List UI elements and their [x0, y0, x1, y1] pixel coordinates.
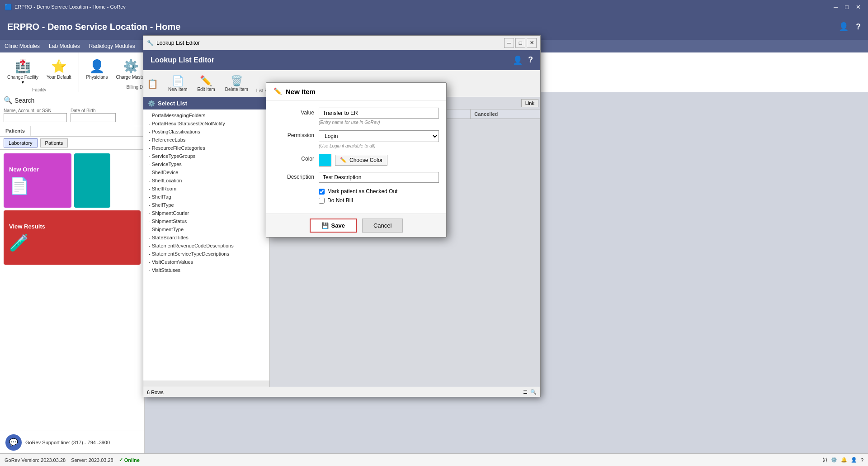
color-label: Color: [274, 154, 314, 162]
toolbar-delete-item-btn[interactable]: 🗑️ Delete Item: [222, 73, 252, 94]
physicians-icon: 👤: [89, 59, 105, 74]
subtab-laboratory[interactable]: Laboratory: [4, 138, 38, 147]
window-user-icon[interactable]: 👤: [513, 55, 523, 65]
dob-input[interactable]: [71, 113, 116, 122]
list-item[interactable]: - PortalMessagingFolders: [143, 111, 269, 119]
col-cancelled: Cancelled: [471, 109, 540, 119]
chat-icon[interactable]: 💬: [5, 434, 22, 451]
close-button[interactable]: ✕: [853, 3, 863, 11]
permission-select[interactable]: Login: [319, 130, 439, 142]
window-footer: 6 Rows ☰ 🔍: [143, 387, 540, 397]
window-close-button[interactable]: ✕: [527, 38, 537, 48]
name-input[interactable]: [4, 113, 67, 122]
view-results-card[interactable]: View Results 🧪: [4, 210, 141, 265]
dialog-header: ✏️ New Item: [266, 83, 446, 100]
search-area: 🔍 Search Name, Account, or SSN Date of B…: [0, 92, 144, 126]
dialog-title: New Item: [286, 88, 316, 95]
list-item[interactable]: - StatementServiceTypeDescriptions: [143, 250, 269, 258]
ribbon-change-facility[interactable]: 🏥 Change Facility ▼: [5, 57, 41, 86]
toolbar-new-item-btn[interactable]: 📄 New Item: [165, 73, 191, 94]
question-icon[interactable]: ?: [861, 457, 863, 463]
permission-row: Permission Login (Use Login if available…: [274, 130, 439, 148]
footer-menu-icon[interactable]: ☰: [523, 389, 528, 395]
list-item[interactable]: - StateBoardTitles: [143, 233, 269, 242]
tab-patients[interactable]: Patients: [0, 126, 31, 136]
value-input[interactable]: [319, 108, 439, 119]
list-item[interactable]: - StatementRevenueCodeDescriptions: [143, 242, 269, 250]
list-item[interactable]: - PostingClassifications: [143, 128, 269, 136]
value-row: Value (Entry name for use in GoRev): [274, 108, 439, 125]
list-scrollbar[interactable]: [143, 380, 269, 387]
user-icon[interactable]: 👤: [839, 22, 849, 32]
list-panel-items[interactable]: - PortalMessagingFolders - PortalResultS…: [143, 109, 269, 380]
list-item[interactable]: - ShipmentCourier: [143, 209, 269, 217]
permission-control: Login (Use Login if available to all): [319, 130, 439, 148]
title-bar-text: ERPRO - Demo Service Location - Home - G…: [14, 4, 126, 10]
select-list-icon: ⚙️: [148, 100, 155, 107]
save-label: Save: [331, 222, 345, 229]
checked-out-checkbox[interactable]: [319, 189, 325, 195]
window-help-icon[interactable]: ?: [528, 55, 533, 65]
user-profile-icon[interactable]: 👤: [851, 457, 857, 463]
support-line: 💬 GoRev Support line: (317) - 794 -3900: [0, 431, 144, 453]
minimize-button[interactable]: ─: [831, 3, 840, 11]
save-button[interactable]: 💾 Save: [310, 219, 357, 233]
subtab-patients[interactable]: Patients: [40, 138, 68, 147]
list-item[interactable]: - ShelfLocation: [143, 176, 269, 185]
search-dob-field: Date of Birth: [71, 108, 116, 122]
ribbon-physicians[interactable]: 👤 Physicians: [84, 57, 111, 82]
window-minimize-button[interactable]: ─: [504, 38, 514, 48]
select-list-label: Select List: [158, 100, 187, 107]
star-icon: ⭐: [51, 59, 67, 74]
new-order-card[interactable]: New Order 📄: [4, 153, 71, 208]
list-item[interactable]: - VisitCustomValues: [143, 258, 269, 266]
list-item[interactable]: - ShelfTag: [143, 193, 269, 201]
maximize-button[interactable]: □: [842, 3, 851, 11]
flag-icon[interactable]: 🔔: [841, 457, 847, 463]
list-panel-header: ⚙️ Select List: [143, 97, 269, 109]
cancel-button[interactable]: Cancel: [362, 219, 403, 233]
choose-color-button[interactable]: ✏️ Choose Color: [335, 155, 387, 166]
search-name-field: Name, Account, or SSN: [4, 108, 67, 122]
new-item-icon: 📄: [172, 75, 184, 87]
toolbar-edit-item-btn[interactable]: ✏️ Edit Item: [193, 73, 218, 94]
permission-label: Permission: [274, 130, 314, 138]
list-item[interactable]: - ShelfRoom: [143, 185, 269, 193]
list-item[interactable]: - ShipmentStatus: [143, 217, 269, 225]
save-icon: 💾: [321, 222, 329, 229]
menu-clinic-modules[interactable]: Clinic Modules: [5, 43, 40, 49]
list-item[interactable]: - ShelfDevice: [143, 168, 269, 176]
window-titlebar-left: 🔧 Lookup List Editor: [147, 40, 200, 46]
code-icon[interactable]: ⟨/⟩: [822, 457, 827, 463]
list-item[interactable]: - ServiceTypes: [143, 160, 269, 168]
window-maximize-button[interactable]: □: [515, 38, 525, 48]
menu-lab-modules[interactable]: Lab Modules: [49, 43, 80, 49]
list-item[interactable]: - ShipmentType: [143, 225, 269, 233]
new-order-icon: 📄: [9, 176, 39, 195]
ribbon-your-default[interactable]: ⭐ Your Default: [44, 57, 74, 82]
title-bar: 🟦 ERPRO - Demo Service Location - Home -…: [0, 0, 868, 14]
checked-out-row: Mark patient as Checked Out: [319, 188, 439, 195]
list-item[interactable]: - PortalResultStatusesDoNotNotify: [143, 119, 269, 128]
view-teal-card[interactable]: [74, 153, 110, 208]
footer-search-icon[interactable]: 🔍: [530, 389, 537, 395]
list-item[interactable]: - VisitStatuses: [143, 266, 269, 274]
footer-icons: ☰ 🔍: [523, 389, 537, 395]
list-item[interactable]: - ReferenceLabs: [143, 136, 269, 144]
dialog-body: Value (Entry name for use in GoRev) Perm…: [266, 100, 446, 214]
description-input[interactable]: [319, 172, 439, 183]
menu-radiology-modules[interactable]: Radiology Modules: [89, 43, 135, 49]
support-text: GoRev Support line: (317) - 794 -3900: [25, 440, 110, 445]
do-not-bill-checkbox[interactable]: [319, 198, 325, 204]
list-item[interactable]: - ServiceTypeGroups: [143, 152, 269, 160]
charge-master-icon: ⚙️: [123, 59, 139, 74]
list-item[interactable]: - ShelfType: [143, 201, 269, 209]
status-bar: GoRev Version: 2023.03.28 Server: 2023.0…: [0, 453, 868, 466]
settings-icon[interactable]: ⚙️: [831, 457, 837, 463]
link-button[interactable]: Link: [521, 99, 538, 107]
list-item[interactable]: - ResourceFileCategories: [143, 144, 269, 152]
help-icon[interactable]: ?: [856, 22, 861, 32]
description-row: Description: [274, 172, 439, 183]
choose-color-label: Choose Color: [349, 157, 382, 163]
color-swatch[interactable]: [319, 154, 331, 166]
